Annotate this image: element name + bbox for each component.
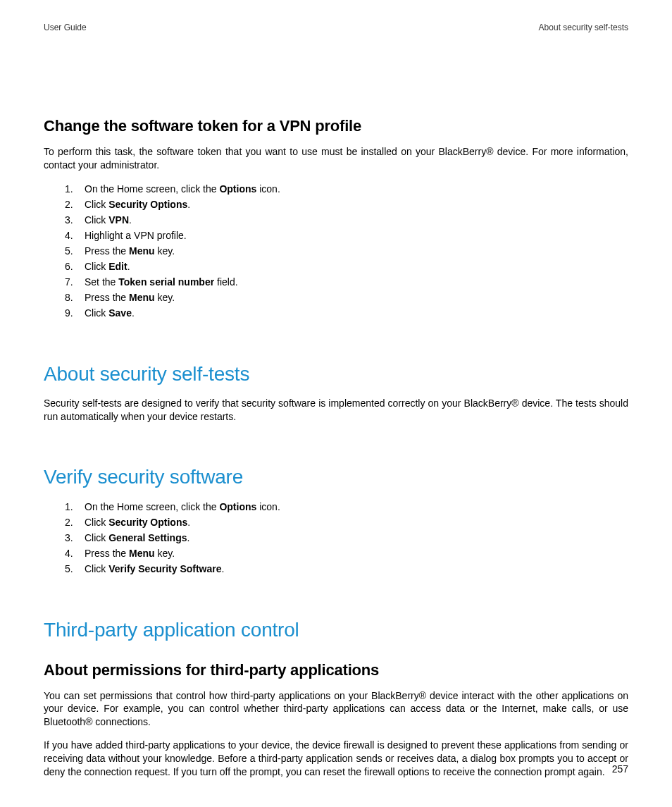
step-bold: Menu bbox=[129, 292, 155, 303]
step-bold: Security Options bbox=[108, 517, 187, 528]
step-item: On the Home screen, click the Options ic… bbox=[65, 182, 628, 197]
step-bold: Edit bbox=[108, 261, 127, 272]
step-bold: Options bbox=[219, 183, 256, 195]
step-item: Click Security Options. bbox=[65, 515, 628, 530]
step-item: Click General Settings. bbox=[65, 531, 628, 546]
step-item: Set the Token serial number field. bbox=[65, 275, 628, 290]
step-item: Click Edit. bbox=[65, 259, 628, 274]
section4-title: Third-party application control bbox=[44, 619, 628, 641]
section3-steps: On the Home screen, click the Options ic… bbox=[65, 500, 628, 577]
section3-title: Verify security software bbox=[44, 466, 628, 488]
step-item: Click Save. bbox=[65, 306, 628, 321]
section1-intro: To perform this task, the software token… bbox=[44, 145, 628, 172]
step-bold: Menu bbox=[129, 548, 155, 559]
step-item: Press the Menu key. bbox=[65, 244, 628, 259]
step-item: On the Home screen, click the Options ic… bbox=[65, 500, 628, 515]
step-bold: VPN bbox=[108, 214, 129, 226]
step-bold: Verify Security Software bbox=[108, 563, 221, 574]
section1-steps: On the Home screen, click the Options ic… bbox=[65, 182, 628, 321]
step-item: Highlight a VPN profile. bbox=[65, 228, 628, 243]
page-number: 257 bbox=[612, 763, 628, 775]
step-bold: Token serial number bbox=[118, 276, 214, 288]
section4-para2: If you have added third-party applicatio… bbox=[44, 739, 628, 779]
section2-body: Security self-tests are designed to veri… bbox=[44, 397, 628, 424]
step-bold: Security Options bbox=[108, 199, 187, 210]
section4-subhead: About permissions for third-party applic… bbox=[44, 661, 628, 679]
section1-title: Change the software token for a VPN prof… bbox=[44, 117, 628, 135]
step-item: Click VPN. bbox=[65, 213, 628, 228]
step-bold: Menu bbox=[129, 245, 155, 257]
section4-para1: You can set permissions that control how… bbox=[44, 689, 628, 729]
step-item: Click Security Options. bbox=[65, 197, 628, 212]
step-item: Press the Menu key. bbox=[65, 290, 628, 305]
header-right: About security self-tests bbox=[539, 23, 628, 32]
step-item: Click Verify Security Software. bbox=[65, 562, 628, 577]
page-header: User Guide About security self-tests bbox=[44, 23, 628, 32]
step-bold: Save bbox=[108, 307, 132, 319]
step-bold: Options bbox=[219, 501, 256, 512]
step-item: Press the Menu key. bbox=[65, 546, 628, 561]
step-bold: General Settings bbox=[108, 532, 187, 543]
section2-title: About security self-tests bbox=[44, 363, 628, 386]
header-left: User Guide bbox=[44, 23, 87, 32]
